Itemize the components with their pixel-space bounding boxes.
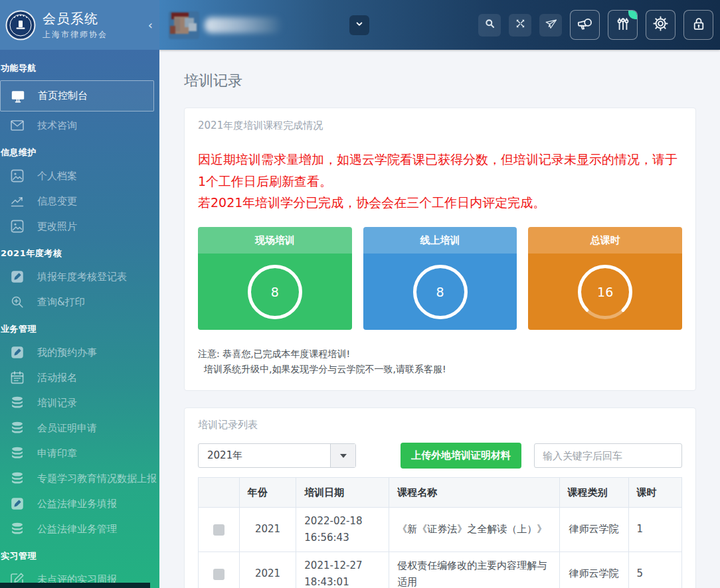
database-icon bbox=[9, 470, 26, 487]
keyword-search-input[interactable] bbox=[534, 443, 682, 468]
warning-text: 因近期培训需求量增加，如遇云学院看课已获得分数，但培训记录未显示的情况，请于1个… bbox=[198, 149, 682, 214]
chart-icon bbox=[9, 192, 26, 210]
warning-line: 若2021年培训学分已完成，协会会在三个工作日内评定完成。 bbox=[198, 192, 682, 214]
cell-training-date: 2021-12-27 18:43:01 bbox=[296, 552, 389, 588]
sidebar-group: 功能导航 首页控制台 技术咨询 bbox=[0, 54, 159, 138]
cell-year: 2021 bbox=[239, 552, 296, 588]
cell-course-name: 《新《证券法》之全解读（上）》 bbox=[389, 508, 559, 552]
sidebar-group: 业务管理 我的预约办事 活动报名 培训记录 会员证明申请 申请印章 专题学习教育… bbox=[0, 315, 159, 542]
sidebar-item[interactable]: 我的预约办事 bbox=[0, 340, 159, 365]
image-icon bbox=[9, 218, 26, 235]
envelope-icon bbox=[9, 117, 26, 134]
sidebar-item[interactable]: 会员证明申请 bbox=[0, 415, 159, 441]
caret-down-icon bbox=[340, 454, 347, 458]
search-plus-icon bbox=[9, 293, 26, 311]
stat-value: 16 bbox=[577, 263, 634, 321]
year-select[interactable]: 2021年 bbox=[198, 443, 356, 468]
column-header: 课程名称 bbox=[389, 478, 559, 508]
notes: 注意: 恭喜您,已完成本年度课程培训! 培训系统升级中,如果发现学分与云学院不一… bbox=[198, 346, 682, 377]
fullscreen-button[interactable] bbox=[509, 14, 531, 37]
sidebar-item-label: 公益法律业务填报 bbox=[37, 498, 117, 510]
cell-course-category: 律师云学院 bbox=[559, 508, 628, 552]
sidebar-item-label: 专题学习教育情况数据上报 bbox=[37, 473, 157, 485]
app-title: 会员系统 bbox=[43, 10, 108, 28]
user-avatar-blurred[interactable] bbox=[169, 11, 199, 39]
sidebar-section-label: 2021年度考核 bbox=[0, 239, 159, 264]
settings-button[interactable] bbox=[646, 10, 675, 40]
sidebar-item-label: 我的预约办事 bbox=[37, 346, 97, 359]
stat-card-title: 总课时 bbox=[528, 227, 682, 254]
sidebar-item-label: 信息变更 bbox=[37, 195, 77, 208]
table-row: 2021 2022-02-18 16:56:43 《新《证券法》之全解读（上）》… bbox=[199, 508, 682, 552]
sidebar-item-label: 填报年度考核登记表 bbox=[37, 271, 127, 283]
row-checkbox[interactable] bbox=[213, 524, 225, 536]
sidebar-item[interactable]: 技术咨询 bbox=[0, 113, 159, 138]
megaphone-icon bbox=[576, 15, 594, 35]
sidebar-item[interactable]: 查询&打印 bbox=[0, 289, 159, 315]
sidebar-item[interactable]: 培训记录 bbox=[0, 390, 159, 415]
row-checkbox[interactable] bbox=[213, 569, 225, 580]
gear-icon bbox=[652, 15, 670, 35]
app-window: 会员系统 上海市律师协会 ‹ bbox=[0, 0, 720, 588]
lock-button[interactable] bbox=[683, 10, 713, 40]
sidebar-item-label: 更改照片 bbox=[37, 220, 77, 233]
cell-hours: 5 bbox=[628, 552, 681, 588]
progress-ring: 8 bbox=[246, 263, 304, 321]
user-name-blurred bbox=[205, 17, 283, 33]
chevron-down-icon bbox=[353, 18, 365, 33]
user-menu-button[interactable] bbox=[349, 15, 369, 35]
sidebar-item[interactable]: 首页控制台 bbox=[0, 80, 154, 111]
main-content: 培训记录 2021年度培训课程完成情况 因近期培训需求量增加，如遇云学院看课已获… bbox=[159, 50, 720, 588]
topbar-main bbox=[159, 0, 720, 50]
database-icon bbox=[9, 520, 26, 538]
sidebar-item[interactable]: 信息变更 bbox=[0, 188, 159, 214]
sidebar-group: 2021年度考核 填报年度考核登记表 查询&打印 bbox=[0, 239, 159, 315]
progress-ring: 8 bbox=[412, 263, 469, 321]
sliders-icon bbox=[614, 15, 632, 35]
sidebar-collapse-icon[interactable]: ‹ bbox=[148, 19, 153, 31]
sidebar-menu: 功能导航 首页控制台 技术咨询 信息维护 个人档案 信息变更 更改照片 2021… bbox=[0, 54, 159, 588]
search-button[interactable] bbox=[478, 14, 501, 37]
cell-course-name: 侵权责任编修改的主要内容理解与适用 bbox=[389, 552, 559, 588]
year-select-value: 2021年 bbox=[199, 444, 330, 467]
sidebar-bottom-bar bbox=[0, 583, 150, 588]
sidebar-item[interactable]: 专题学习教育情况数据上报 bbox=[0, 466, 159, 491]
stat-value: 8 bbox=[246, 263, 304, 321]
sidebar-item[interactable]: 申请印章 bbox=[0, 441, 159, 466]
sidebar-item-label: 技术咨询 bbox=[37, 119, 77, 132]
sidebar-item[interactable]: 公益法律业务填报 bbox=[0, 491, 159, 516]
preferences-button[interactable] bbox=[608, 10, 638, 40]
lock-icon bbox=[690, 15, 707, 35]
sidebar-section-label: 业务管理 bbox=[0, 315, 159, 340]
sidebar-item-label: 首页控制台 bbox=[38, 90, 88, 102]
database-icon bbox=[9, 394, 26, 411]
sidebar-item-label: 活动报名 bbox=[37, 372, 77, 384]
brand-text: 会员系统 上海市律师协会 bbox=[43, 10, 108, 40]
warning-line: 因近期培训需求量增加，如遇云学院看课已获得分数，但培训记录未显示的情况，请于1个… bbox=[198, 149, 682, 192]
year-select-dropdown[interactable] bbox=[330, 444, 355, 467]
stat-card: 现场培训 8 bbox=[198, 227, 352, 330]
sidebar-item[interactable]: 更改照片 bbox=[0, 214, 159, 239]
note-line: 培训系统升级中,如果发现学分与云学院不一致,请联系客服! bbox=[198, 362, 682, 377]
stat-card-title: 线上培训 bbox=[363, 227, 517, 254]
upload-certificate-button[interactable]: 上传外地培训证明材料 bbox=[401, 443, 521, 469]
sidebar-item[interactable]: 个人档案 bbox=[0, 163, 159, 188]
sidebar-item-label: 会员证明申请 bbox=[37, 422, 97, 435]
send-button[interactable] bbox=[539, 14, 562, 37]
sidebar-item-label: 申请印章 bbox=[37, 447, 77, 460]
sidebar-section-label: 实习管理 bbox=[0, 542, 159, 567]
pencil-icon bbox=[9, 495, 26, 512]
topbar: 会员系统 上海市律师协会 ‹ bbox=[0, 0, 720, 50]
training-table: 年份培训日期课程名称课程类别课时 2021 2022-02-18 16:56:4… bbox=[198, 477, 682, 588]
training-list-card: 培训记录列表 2021年 上传外地培训证明材料 年份培训日期课程名称课程类别课时 bbox=[184, 407, 696, 588]
announcements-button[interactable] bbox=[570, 10, 600, 40]
sidebar-item[interactable]: 公益法律业务管理 bbox=[0, 516, 159, 542]
stat-card-title: 现场培训 bbox=[198, 227, 352, 254]
sidebar-item[interactable]: 活动报名 bbox=[0, 365, 159, 390]
sidebar-item[interactable]: 填报年度考核登记表 bbox=[0, 264, 159, 289]
list-card-header: 培训记录列表 bbox=[198, 419, 682, 431]
stats-row: 现场培训 8 线上培训 8 总课时 bbox=[198, 227, 682, 330]
stat-card: 总课时 16 bbox=[528, 227, 682, 330]
database-icon bbox=[9, 419, 26, 437]
app-subtitle: 上海市律师协会 bbox=[43, 29, 108, 40]
